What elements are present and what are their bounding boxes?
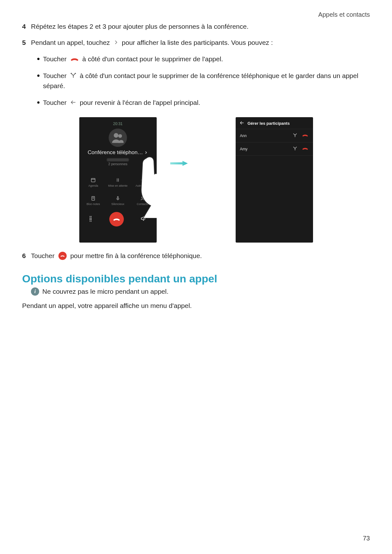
split-call-icon (292, 146, 298, 151)
participants-title-bar: Gérer les participants (236, 117, 313, 129)
info-note-text: Ne couvrez pas le micro pendant un appel… (42, 288, 168, 295)
page-number: 73 (363, 535, 370, 542)
end-call-icon (58, 252, 67, 260)
hold-label: Mise en attente (108, 184, 128, 187)
section-heading: Options disponibles pendant un appel (22, 273, 370, 285)
swipe-arrow-icon (170, 161, 188, 166)
call-clock: 20:31 (79, 117, 157, 128)
participant-name: Amy (240, 147, 248, 151)
split-call-icon (70, 72, 77, 79)
chevron-right-icon (113, 39, 119, 45)
paragraph-call-menu: Pendant un appel, votre appareil affiche… (22, 301, 370, 311)
hangup-icon (302, 133, 309, 137)
bullet-3-post: pour revenir à l'écran de l'appel princi… (80, 99, 200, 106)
svg-rect-12 (117, 196, 118, 199)
notes-icon (90, 196, 96, 201)
hangup-icon (70, 56, 79, 62)
conference-title-row[interactable]: Conférence téléphon… (79, 149, 157, 156)
hangup-icon (112, 215, 121, 223)
bullet-remove-from-call: Toucher à côté d'un contact pour le supp… (37, 54, 370, 64)
bullet-2-post: à côté d'un contact pour le supprimer de… (43, 72, 358, 90)
participant-row-amy: Amy (236, 142, 313, 156)
mute-label: Silencieux (111, 202, 124, 206)
split-participant-button[interactable] (292, 146, 298, 152)
conference-title: Conférence téléphon… (88, 149, 143, 156)
step-5: 5 Pendant un appel, touchez pour affiche… (22, 38, 370, 48)
notes-label: Bloc-notes (87, 202, 100, 206)
group-avatar-icon (109, 129, 127, 147)
step-6: 6 Toucher pour mettre fin à la conférenc… (22, 251, 370, 261)
step-5-pre: Pendant un appel, touchez (31, 39, 112, 46)
participants-title: Gérer les participants (248, 121, 290, 126)
bullet-1-pre: Toucher (43, 55, 69, 63)
back-button[interactable] (239, 120, 244, 126)
bullet-1-post: à côté d'un contact pour le supprimer de… (82, 55, 223, 63)
info-icon: i (31, 287, 39, 296)
caller-name-blurred (107, 158, 129, 161)
remove-participant-button[interactable] (302, 133, 309, 138)
bullet-3-pre: Toucher (43, 99, 69, 106)
bullet-2-pre: Toucher (43, 72, 69, 79)
avatar-placeholder (79, 129, 157, 147)
arrow-left-icon (239, 120, 244, 125)
step-5-bullets: Toucher à côté d'un contact pour le supp… (22, 54, 370, 108)
microphone-icon (115, 196, 121, 201)
remove-participant-button[interactable] (302, 146, 309, 152)
step-5-number: 5 (22, 38, 31, 48)
phone-participants-screen: Gérer les participants Ann Amy (236, 117, 313, 243)
svg-point-2 (118, 134, 122, 138)
conference-figure: 20:31 Conférence téléphon… 2 personnes A… (79, 117, 313, 243)
step-6-pre: Toucher (31, 252, 57, 259)
calendar-icon (90, 177, 96, 183)
step-6-text: Toucher pour mettre fin à la conférence … (31, 251, 370, 261)
svg-rect-3 (91, 178, 95, 182)
dialpad-button[interactable]: ⠿⠿ (89, 216, 93, 222)
step-5-post: pour afficher la liste des participants.… (122, 39, 273, 46)
step-6-post: pour mettre fin à la conférence téléphon… (70, 252, 202, 259)
step-4-number: 4 (22, 21, 31, 32)
end-call-button[interactable] (109, 212, 124, 226)
arrow-left-icon (70, 99, 77, 105)
breadcrumb: Appels et contacts (22, 11, 370, 18)
step-4-text: Répétez les étapes 2 et 3 pour ajouter p… (31, 21, 370, 32)
hangup-icon (302, 146, 309, 151)
step-4: 4 Répétez les étapes 2 et 3 pour ajouter… (22, 21, 370, 32)
pointing-hand-icon (134, 155, 157, 218)
participant-row-ann: Ann (236, 129, 313, 142)
mute-button[interactable]: Silencieux (106, 193, 130, 208)
agenda-button[interactable]: Agenda (81, 175, 106, 190)
notes-button[interactable]: Bloc-notes (81, 193, 106, 208)
chevron-right-icon (144, 151, 148, 154)
hold-button[interactable]: Mise en attente (106, 175, 130, 190)
bullet-split-from-conference: Toucher à côté d'un contact pour le supp… (37, 71, 370, 91)
step-6-number: 6 (22, 251, 31, 261)
split-call-icon (292, 132, 298, 138)
participant-name: Ann (240, 134, 247, 138)
step-5-text: Pendant un appel, touchez pour afficher … (31, 38, 370, 48)
pause-icon (115, 177, 121, 183)
phone-call-screen: 20:31 Conférence téléphon… 2 personnes A… (79, 117, 157, 243)
split-participant-button[interactable] (292, 132, 298, 139)
info-note-row: i Ne couvrez pas le micro pendant un app… (31, 287, 370, 296)
agenda-label: Agenda (88, 184, 98, 187)
svg-point-1 (114, 133, 118, 138)
bullet-back-to-main: Toucher pour revenir à l'écran de l'appe… (37, 98, 370, 108)
